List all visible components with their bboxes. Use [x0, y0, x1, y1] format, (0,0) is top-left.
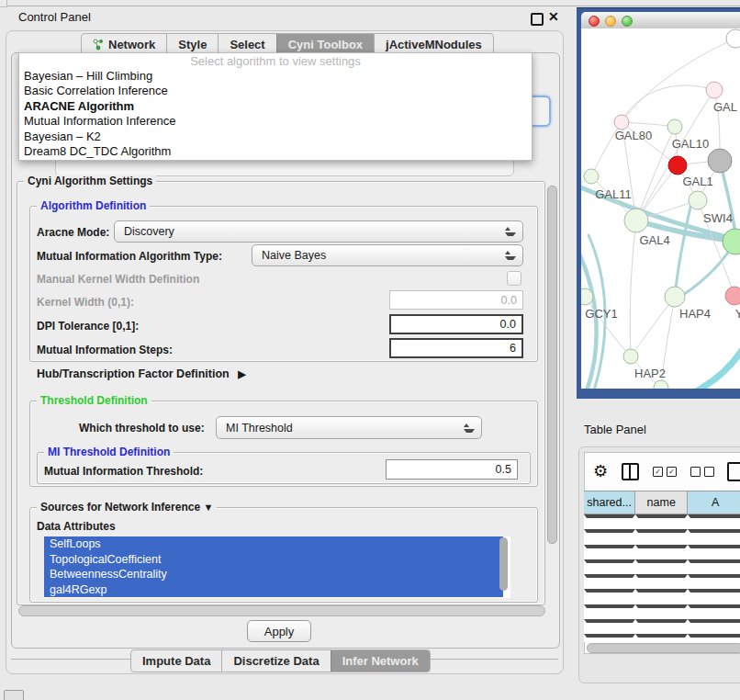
- algorithm-option-aracne-algorithm[interactable]: ARACNE Algorithm: [19, 99, 532, 114]
- network-node[interactable]: [708, 149, 732, 173]
- table-header-row: shared...nameA: [584, 491, 740, 514]
- node-label-y: Y: [735, 307, 740, 321]
- table-row[interactable]: YPR145WYPR145W9.: [584, 559, 740, 574]
- apply-button[interactable]: Apply: [247, 620, 311, 642]
- sources-title-label: Sources for Network Inference: [40, 501, 200, 514]
- network-view-canvas[interactable]: GAL80GAL10GALGAL11GAL1SWI4GAL4GCY1HAP4YH…: [581, 28, 740, 389]
- column-header-shared[interactable]: shared...: [584, 491, 635, 514]
- attribute-item-topologicalcoefficient[interactable]: TopologicalCoefficient: [44, 552, 503, 568]
- network-node[interactable]: [624, 209, 648, 232]
- corner-notch: [0, 0, 7, 7]
- tab-discretize-data[interactable]: Discretize Data: [221, 650, 330, 672]
- table-cell: [688, 604, 740, 608]
- network-graph: GAL80GAL10GALGAL11GAL1SWI4GAL4GCY1HAP4YH…: [581, 28, 740, 389]
- settings-vertical-scrollbar[interactable]: [547, 186, 557, 544]
- mi-threshold-field[interactable]: 0.5: [386, 459, 518, 480]
- network-edge: [631, 297, 675, 356]
- column-header-a[interactable]: A: [688, 491, 740, 514]
- stepper-icon: [505, 227, 516, 236]
- algorithm-option-bayesian-k2[interactable]: Bayesian – K2: [19, 130, 532, 144]
- hub-definition-toggle[interactable]: Hub/Transcription Factor Definition ▶: [37, 367, 246, 380]
- new-table-icon[interactable]: [727, 462, 740, 481]
- tab-label: Select: [230, 38, 264, 51]
- algorithm-dropdown-popup: Select algorithm to view settings Bayesi…: [18, 52, 533, 161]
- table-cell: YBR043C: [584, 545, 635, 548]
- network-node[interactable]: [706, 82, 723, 98]
- close-window-icon[interactable]: [589, 16, 600, 27]
- float-panel-icon[interactable]: [531, 13, 544, 26]
- table-row[interactable]: YBR043CYBR043C: [584, 545, 740, 559]
- table-row[interactable]: YBL079WYBL079W: [584, 604, 740, 619]
- table-cell: 9.: [688, 634, 740, 638]
- network-node[interactable]: [725, 287, 740, 305]
- network-node[interactable]: [667, 119, 682, 134]
- attribute-item-selfloops[interactable]: SelfLoops: [44, 536, 503, 552]
- network-node[interactable]: [726, 29, 740, 48]
- tab-impute-data[interactable]: Impute Data: [131, 650, 221, 672]
- table-panel-title: Table Panel: [584, 423, 646, 436]
- algorithm-option-dream8-dc-tdc-algorithm[interactable]: Dream8 DC_TDC Algorithm: [19, 144, 532, 159]
- node-label-hap4: HAP4: [679, 307, 711, 321]
- network-node[interactable]: [623, 349, 638, 364]
- table-row[interactable]: YDR27...YDR27...12: [584, 529, 740, 544]
- gear-icon[interactable]: ⚙: [593, 461, 608, 481]
- network-node[interactable]: [654, 380, 668, 389]
- table-cell: YPR145W: [635, 559, 688, 563]
- mi-algorithm-type-select[interactable]: Naive Bayes: [252, 244, 523, 266]
- table-row[interactable]: YBR045CYBR045C9.: [584, 589, 740, 604]
- algorithm-option-bayesian-hill-climbing[interactable]: Bayesian – Hill Climbing: [19, 69, 532, 84]
- network-tab-icon: [93, 39, 104, 51]
- table-toolbar: ⚙ ✓✓: [584, 452, 740, 491]
- tab-label: Impute Data: [142, 654, 210, 668]
- which-threshold-label: Which threshold to use:: [79, 422, 205, 435]
- sources-title[interactable]: Sources for Network Inference ▼: [37, 501, 217, 514]
- network-node[interactable]: [689, 191, 707, 209]
- dpi-tolerance-field[interactable]: 0.0: [389, 314, 523, 334]
- kernel-width-field[interactable]: 0.0: [389, 290, 523, 310]
- table-cell: YDR27...: [635, 529, 688, 533]
- split-columns-icon[interactable]: [622, 463, 639, 480]
- network-node[interactable]: [668, 156, 687, 175]
- table-cell: YLR345W: [584, 619, 635, 623]
- table-row[interactable]: YDL19...YDL19...13: [584, 514, 740, 529]
- table-row[interactable]: YIL052CYIL052C9.: [584, 634, 740, 642]
- restore-panel-icon[interactable]: [4, 690, 24, 700]
- table-row[interactable]: YLR345WYLR345W9.: [584, 619, 740, 634]
- close-panel-icon[interactable]: ✕: [548, 9, 559, 24]
- dpi-tolerance-label: DPI Tolerance [0,1]:: [37, 320, 139, 333]
- attribute-item-gal4rgexp[interactable]: gal4RGexp: [44, 582, 503, 598]
- manual-kernel-width-checkbox[interactable]: [507, 271, 521, 286]
- tab-label: Infer Network: [342, 654, 419, 668]
- table-cell: YIL052C: [584, 634, 635, 638]
- table-cell: YPR145W: [584, 559, 635, 563]
- mi-steps-field[interactable]: 6: [389, 338, 523, 358]
- network-node[interactable]: [584, 169, 599, 184]
- data-attributes-label: Data Attributes: [37, 520, 116, 533]
- network-node[interactable]: [614, 115, 629, 130]
- table-cell: YBL079W: [584, 604, 635, 608]
- settings-horizontal-scrollbar[interactable]: [18, 605, 545, 616]
- algorithm-option-basic-correlation-inference[interactable]: Basic Correlation Inference: [19, 84, 532, 98]
- table-rows: YDL19...YDL19...13YDR27...YDR27...12YBR0…: [584, 514, 740, 642]
- network-node[interactable]: [665, 287, 685, 307]
- network-node[interactable]: [723, 229, 740, 254]
- column-header-name[interactable]: name: [635, 491, 688, 514]
- select-all-checks-icon[interactable]: ✓✓: [653, 467, 677, 477]
- deselect-all-checks-icon[interactable]: [690, 467, 714, 477]
- table-horizontal-scrollbar[interactable]: [587, 643, 740, 653]
- attribute-item-betweennesscentrality[interactable]: BetweennessCentrality: [44, 567, 503, 582]
- minimize-window-icon[interactable]: [605, 16, 616, 27]
- aracne-mode-value: Discovery: [124, 225, 174, 238]
- table-cell: YDR27...: [584, 529, 635, 533]
- kernel-width-label: Kernel Width (0,1):: [37, 296, 134, 309]
- network-node[interactable]: [581, 288, 593, 305]
- which-threshold-select[interactable]: MI Threshold: [216, 416, 482, 439]
- attributes-scrollbar[interactable]: [499, 537, 508, 591]
- zoom-window-icon[interactable]: [622, 16, 633, 27]
- table-row[interactable]: YER054CYER054C8.: [584, 574, 740, 589]
- table-cell: 12: [688, 529, 740, 533]
- node-label-gal1: GAL1: [682, 175, 712, 188]
- aracne-mode-select[interactable]: Discovery: [114, 220, 523, 243]
- algorithm-option-mutual-information-inference[interactable]: Mutual Information Inference: [19, 114, 532, 129]
- tab-infer-network[interactable]: Infer Network: [331, 650, 430, 672]
